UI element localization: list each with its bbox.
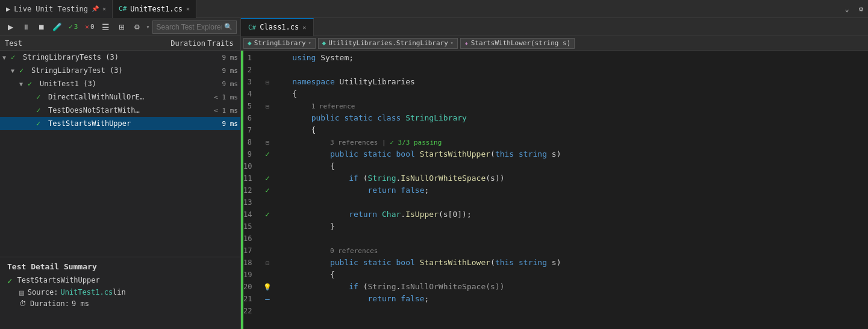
gutter-12: ✓: [261, 184, 273, 196]
gutter-21: −: [261, 293, 273, 306]
nav-namespace-dropdown[interactable]: ◆ UtilityLibraries.StringLibrary ▾: [318, 38, 458, 49]
gutter-3[interactable]: ⊟: [261, 76, 273, 89]
gutter-5[interactable]: ⊟: [261, 100, 273, 113]
stop-button[interactable]: ⏹: [35, 20, 48, 34]
item-name-0: StringLibraryTests (3): [23, 53, 190, 61]
code-line-1: 1 using System;: [243, 52, 868, 64]
gutter-8[interactable]: ⊟: [261, 136, 273, 149]
code-line-17: 17 0 references: [243, 245, 868, 257]
flask-button[interactable]: 🧪: [51, 20, 64, 34]
line-code-7: {: [273, 124, 316, 136]
fail-counter[interactable]: ✕ 0: [83, 22, 96, 31]
pass-icon-1: ✓: [19, 66, 29, 75]
search-box[interactable]: 🔍: [152, 20, 237, 34]
nav-namespace-label: UtilityLibraries.StringLibrary: [328, 39, 448, 47]
play-button[interactable]: ▶: [4, 20, 17, 34]
code-line-16: 16: [243, 233, 868, 245]
item-name-5: TestStartsWithUpper: [48, 119, 190, 128]
tab-unittest-close[interactable]: ✕: [186, 5, 190, 12]
detail-source-link[interactable]: UnitTest1.cs: [60, 288, 113, 296]
check-icon-14: ✓: [265, 210, 270, 219]
tree-item-starts-with-upper[interactable]: ▶ ✓ TestStartsWithUpper 9 ms: [0, 117, 240, 130]
item-name-4: TestDoesNotStartWith…: [48, 106, 190, 114]
play-icon: ▶: [6, 5, 10, 13]
code-line-19: 19 {: [243, 269, 868, 281]
line-num-12: 12: [243, 184, 261, 196]
dropdown-icon[interactable]: ⌄: [840, 5, 854, 13]
expand-icon-0: ▼: [2, 54, 11, 61]
settings-dropdown-icon[interactable]: ▾: [146, 24, 150, 30]
line-num-2: 2: [243, 64, 261, 76]
code-line-12: 12 ✓ return false;: [243, 184, 868, 196]
collapse-icon-5[interactable]: ⊟: [266, 103, 269, 110]
pause-button[interactable]: ⏸: [19, 20, 33, 34]
item-duration-5: 9 ms: [190, 120, 238, 128]
col-test-header: Test: [5, 39, 157, 48]
tree-item-does-not-start[interactable]: ▶ ✓ TestDoesNotStartWith… < 1 ms: [0, 104, 240, 117]
sort-button[interactable]: ⊞: [115, 20, 128, 34]
expand-icon-2: ▼: [19, 81, 28, 87]
line-num-20: 20: [243, 281, 261, 293]
code-editor-panel: C# Class1.cs ✕ ◆ StringLibrary ▾ ◆ Utili…: [241, 18, 868, 329]
line-code-14: return Char.IsUpper(s[0]);: [273, 208, 472, 221]
gear-icon[interactable]: ⚙: [854, 5, 868, 13]
pass-counter[interactable]: ✓ 3: [66, 22, 80, 31]
nav-class-dropdown[interactable]: ◆ StringLibrary ▾: [243, 38, 316, 49]
code-line-4: 4 {: [243, 88, 868, 100]
nav-method-dropdown[interactable]: ⬧ StartsWithLower(string s): [460, 38, 575, 49]
gutter-14: ✓: [261, 208, 273, 221]
tab-unittest[interactable]: C# UnitTest1.cs ✕: [113, 0, 196, 18]
check-icon-11: ✓: [265, 174, 270, 183]
line-num-21: 21: [243, 293, 261, 305]
line-num-18: 18: [243, 257, 261, 269]
collapse-icon-18[interactable]: ⊟: [266, 260, 269, 266]
group-by-button[interactable]: ☰: [99, 20, 113, 34]
expand-icon-1: ▼: [11, 67, 19, 74]
pass-count: 3: [74, 23, 78, 31]
tab-live-label: Live Unit Testing: [14, 5, 88, 13]
gutter-18[interactable]: ⊟: [261, 257, 273, 269]
line-num-11: 11: [243, 172, 261, 184]
line-num-9: 9: [243, 148, 261, 160]
bulb-icon-20[interactable]: 💡: [263, 283, 272, 291]
tree-item-string-library-test[interactable]: ▼ ✓ StringLibraryTest (3) 9 ms: [0, 64, 240, 77]
gutter-20[interactable]: 💡: [261, 281, 273, 293]
line-code-21: return false;: [273, 293, 429, 305]
line-num-1: 1: [243, 52, 261, 64]
editor-tab-class1-label: Class1.cs: [260, 23, 299, 31]
code-line-20: 20 💡 if (String.IsNullOrWhiteSpace(s)): [243, 281, 868, 293]
item-duration-1: 9 ms: [190, 67, 238, 75]
col-traits-header: Traits: [205, 39, 236, 48]
tab-live-close[interactable]: ✕: [102, 5, 106, 12]
pass-icon-5: ✓: [36, 119, 46, 128]
editor-tab-class1[interactable]: C# Class1.cs ✕: [241, 18, 314, 36]
detail-pass-icon: ✓: [7, 276, 12, 286]
nav-class-label: StringLibrary: [254, 39, 306, 47]
code-line-22: 22: [243, 305, 868, 317]
tab-live-unit-testing[interactable]: ▶ Live Unit Testing 📌 ✕: [0, 0, 113, 18]
search-input[interactable]: [157, 23, 222, 31]
nav-method-icon: ⬧: [464, 39, 469, 47]
detail-source-row: ▤ Source: UnitTest1.cs lin: [7, 288, 233, 297]
collapse-icon-3[interactable]: ⊟: [266, 79, 269, 86]
settings-button[interactable]: ⚙: [131, 20, 144, 34]
tree-item-unittest1[interactable]: ▼ ✓ UnitTest1 (3) 9 ms: [0, 77, 240, 90]
line-num-4: 4: [243, 88, 261, 100]
search-icon: 🔍: [224, 23, 233, 31]
line-num-6: 6: [243, 112, 261, 124]
tree-item-direct-call[interactable]: ▶ ✓ DirectCallWithNullOrE… < 1 ms: [0, 90, 240, 104]
top-tab-bar: ▶ Live Unit Testing 📌 ✕ C# UnitTest1.cs …: [0, 0, 868, 18]
code-line-2: 2: [243, 64, 868, 76]
collapse-icon-8[interactable]: ⊟: [266, 139, 269, 146]
line-num-19: 19: [243, 269, 261, 281]
item-duration-3: < 1 ms: [190, 93, 238, 101]
nav-class-icon: ◆: [248, 39, 252, 47]
line-code-18: public static bool StartsWithLower(this …: [273, 257, 561, 269]
tree-item-string-library-tests[interactable]: ▼ ✓ StringLibraryTests (3) 9 ms: [0, 51, 240, 64]
line-code-20: if (String.IsNullOrWhiteSpace(s)): [273, 281, 505, 293]
line-num-16: 16: [243, 233, 261, 245]
code-scroll-area[interactable]: 1 using System; 2 3 ⊟ nam: [243, 51, 868, 329]
detail-panel: Test Detail Summary ✓ TestStartsWithUppe…: [0, 257, 240, 329]
clock-icon: ⏱: [19, 299, 27, 308]
line-num-13: 13: [243, 196, 261, 208]
